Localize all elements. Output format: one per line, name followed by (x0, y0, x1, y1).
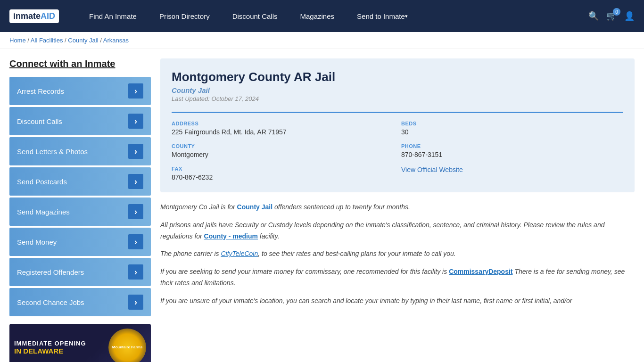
sidebar-item-label: Send Letters & Photos (17, 148, 88, 156)
arrow-icon: › (128, 174, 143, 189)
sidebar-item-send-postcards[interactable]: Send Postcards › (9, 167, 151, 196)
breadcrumb-all-facilities[interactable]: All Facilities (31, 37, 63, 44)
cart-badge: 0 (613, 8, 620, 16)
facility-info-grid: ADDRESS 225 Fairgrounds Rd, Mt. Ida, AR … (172, 112, 623, 181)
fax-label: FAX (172, 166, 394, 172)
facility-name: Montgomery County AR Jail (172, 70, 623, 84)
breadcrumb-county-jail[interactable]: County Jail (68, 37, 98, 44)
desc-para3: The phone carrier is CityTeleCoin, to se… (160, 248, 635, 260)
sidebar-item-label: Send Postcards (17, 178, 67, 186)
main-container: Connect with an Inmate Arrest Records › … (0, 49, 644, 362)
breadcrumb: Home / All Facilities / County Jail / Ar… (0, 32, 644, 49)
address-label: ADDRESS (172, 121, 394, 126)
beds-label: BEDS (401, 121, 623, 126)
desc-para1: Montgomery Co Jail is for County Jail of… (160, 202, 635, 213)
website-block: View Official Website (401, 166, 623, 181)
breadcrumb-state[interactable]: Arkansas (103, 37, 129, 44)
nav-magazines[interactable]: Magazines (289, 0, 346, 32)
ad-banner[interactable]: IMMEDIATE OPENING IN DELAWARE Mountaire … (9, 324, 151, 362)
ad-line2: IN DELAWARE (14, 347, 86, 355)
facility-card: Montgomery County AR Jail County Jail La… (160, 58, 635, 192)
citytelecoin-link[interactable]: CityTeleCoin (221, 250, 258, 257)
beds-block: BEDS 30 (401, 121, 623, 136)
description: Montgomery Co Jail is for County Jail of… (160, 202, 635, 307)
fax-block: FAX 870-867-6232 (172, 166, 394, 181)
sidebar-menu: Arrest Records › Discount Calls › Send L… (9, 77, 151, 316)
main-nav: Find An Inmate Prison Directory Discount… (78, 0, 588, 32)
address-value: 225 Fairgrounds Rd, Mt. Ida, AR 71957 (172, 128, 394, 136)
user-icon[interactable]: 👤 (624, 11, 635, 21)
commissary-deposit-link[interactable]: CommissaryDeposit (449, 268, 512, 275)
desc-para2: All prisons and jails have Security or C… (160, 220, 635, 242)
facility-updated: Last Updated: October 17, 2024 (172, 95, 623, 102)
breadcrumb-home[interactable]: Home (9, 37, 26, 44)
arrow-icon: › (128, 204, 143, 219)
sidebar-item-send-letters[interactable]: Send Letters & Photos › (9, 137, 151, 165)
sidebar-item-second-chance-jobs[interactable]: Second Chance Jobs › (9, 288, 151, 316)
arrow-icon: › (128, 144, 143, 159)
ad-logo: Mountaire Farms (108, 329, 146, 362)
sidebar-item-label: Second Chance Jobs (17, 298, 84, 306)
sidebar-item-label: Send Magazines (17, 208, 70, 216)
phone-value: 870-867-3151 (401, 151, 623, 158)
cart-icon[interactable]: 🛒 0 (606, 11, 617, 21)
nav-send-to-inmate[interactable]: Send to Inmate (346, 0, 419, 32)
logo-box: inmateAID (9, 9, 59, 23)
nav-discount-calls[interactable]: Discount Calls (221, 0, 289, 32)
sidebar-item-label: Send Money (17, 238, 57, 246)
sidebar-item-label: Registered Offenders (17, 268, 84, 276)
arrow-icon: › (128, 234, 143, 249)
search-icon[interactable]: 🔍 (588, 11, 599, 21)
county-block: COUNTY Montgomery (172, 143, 394, 158)
ad-line1: IMMEDIATE OPENING (14, 340, 86, 347)
arrow-icon: › (128, 264, 143, 280)
sidebar-item-label: Arrest Records (17, 87, 64, 95)
sidebar-item-send-money[interactable]: Send Money › (9, 228, 151, 256)
sidebar-item-send-magazines[interactable]: Send Magazines › (9, 197, 151, 226)
fax-value: 870-867-6232 (172, 173, 394, 181)
desc-para5: If you are unsure of your inmate's locat… (160, 296, 635, 307)
sidebar-item-label: Discount Calls (17, 117, 62, 125)
county-medium-link[interactable]: County - medium (204, 232, 258, 240)
arrow-icon: › (128, 295, 143, 310)
content-area: Montgomery County AR Jail County Jail La… (160, 58, 635, 362)
sidebar: Connect with an Inmate Arrest Records › … (9, 58, 151, 362)
sidebar-title: Connect with an Inmate (9, 58, 151, 69)
nav-prison-directory[interactable]: Prison Directory (148, 0, 221, 32)
logo-area[interactable]: inmateAID (9, 9, 59, 23)
ad-logo-circle: Mountaire Farms (108, 329, 146, 362)
website-link[interactable]: View Official Website (401, 166, 463, 173)
county-label: COUNTY (172, 143, 394, 149)
arrow-icon: › (128, 114, 143, 129)
address-block: ADDRESS 225 Fairgrounds Rd, Mt. Ida, AR … (172, 121, 394, 136)
nav-find-inmate[interactable]: Find An Inmate (78, 0, 148, 32)
main-header: inmateAID Find An Inmate Prison Director… (0, 0, 644, 32)
sidebar-item-arrest-records[interactable]: Arrest Records › (9, 77, 151, 105)
phone-block: PHONE 870-867-3151 (401, 143, 623, 158)
county-jail-link[interactable]: County Jail (237, 203, 272, 211)
arrow-icon: › (128, 83, 143, 99)
facility-type: County Jail (172, 86, 623, 94)
desc-para4: If you are seeking to send your inmate m… (160, 266, 635, 289)
ad-text: IMMEDIATE OPENING IN DELAWARE (14, 340, 86, 355)
logo-text: inmateAID (13, 11, 55, 21)
sidebar-item-discount-calls[interactable]: Discount Calls › (9, 107, 151, 135)
sidebar-item-registered-offenders[interactable]: Registered Offenders › (9, 258, 151, 286)
header-icons: 🔍 🛒 0 👤 (588, 11, 635, 21)
county-value: Montgomery (172, 151, 394, 158)
phone-label: PHONE (401, 143, 623, 149)
beds-value: 30 (401, 128, 623, 136)
